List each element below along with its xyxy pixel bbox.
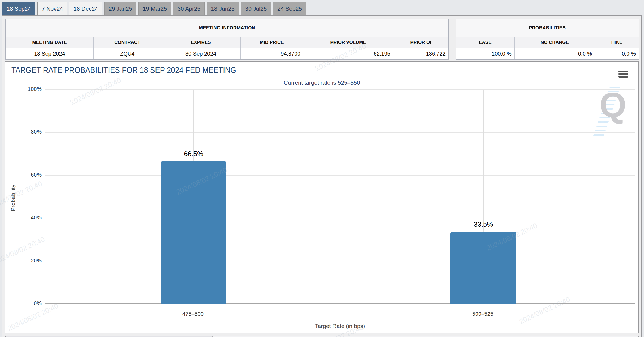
menu-bar-3 xyxy=(618,76,628,78)
value-prior-oi: 136,722 xyxy=(393,48,448,59)
probabilities-title-row: PROBABILITIES xyxy=(456,19,639,37)
x-tick-mark xyxy=(193,304,193,307)
tab-30-jul25[interactable]: 30 Jul25 xyxy=(241,2,271,15)
tab-18-dec24[interactable]: 18 Dec24 xyxy=(69,2,102,15)
tab-30-apr25[interactable]: 30 Apr25 xyxy=(173,2,205,15)
value-mid-price: 94.8700 xyxy=(240,48,303,59)
tab-7-nov24[interactable]: 7 Nov24 xyxy=(37,2,67,15)
chart-panel: TARGET RATE PROBABILITIES FOR 18 SEP 202… xyxy=(5,61,639,333)
gridline-h xyxy=(45,261,635,261)
col-prior-oi: PRIOR OI xyxy=(393,37,448,48)
chart-subtitle: Current target rate is 525–550 xyxy=(5,79,638,86)
value-hike: 0.0 % xyxy=(595,48,639,59)
probabilities-value-row: 100.0 % 0.0 % 0.0 % xyxy=(456,48,639,59)
col-no-change: NO CHANGE xyxy=(514,37,595,48)
col-contract: CONTRACT xyxy=(93,37,161,48)
x-axis-title: Target Rate (in bps) xyxy=(315,323,365,329)
meeting-information-value-row: 18 Sep 2024 ZQU4 30 Sep 2024 94.8700 62,… xyxy=(6,48,448,59)
bar-value-label: 66.5% xyxy=(184,150,203,158)
y-tick-label: 60% xyxy=(14,172,42,178)
y-tick-label: 100% xyxy=(14,86,42,92)
value-contract: ZQU4 xyxy=(93,48,161,59)
col-hike: HIKE xyxy=(595,37,639,48)
col-mid-price: MID PRICE xyxy=(240,37,303,48)
meeting-information-title: MEETING INFORMATION xyxy=(199,25,255,31)
col-expires: EXPIRES xyxy=(161,37,240,48)
tab-24-sep25[interactable]: 24 Sep25 xyxy=(273,2,306,15)
gridline-h xyxy=(45,89,635,90)
value-expires: 30 Sep 2024 xyxy=(161,48,240,59)
next-section-sliver xyxy=(5,336,639,337)
x-tick-mark xyxy=(483,304,483,307)
x-category-label: 500–525 xyxy=(472,311,493,317)
bar-value-label: 33.5% xyxy=(474,220,493,228)
y-tick-label: 20% xyxy=(14,258,42,264)
plot-area: 66.5%33.5% xyxy=(45,90,635,304)
value-ease: 100.0 % xyxy=(456,48,514,59)
value-no-change: 0.0 % xyxy=(514,48,595,59)
bar-475–500[interactable] xyxy=(161,161,226,304)
tab-19-mar25[interactable]: 19 Mar25 xyxy=(138,2,171,15)
tab-18-sep24[interactable]: 18 Sep24 xyxy=(2,2,35,15)
x-category-label: 475–500 xyxy=(182,311,204,317)
y-tick-label: 80% xyxy=(14,129,42,135)
gridline-h xyxy=(45,218,635,218)
y-tick-label: 40% xyxy=(14,215,42,221)
gridline-h xyxy=(45,175,635,176)
gridline-h xyxy=(45,132,635,133)
tab-29-jan25[interactable]: 29 Jan25 xyxy=(104,2,136,15)
probabilities-header-row: EASE NO CHANGE HIKE xyxy=(456,37,639,48)
chart-export-menu-icon[interactable] xyxy=(618,70,629,78)
bar-500–525[interactable] xyxy=(450,232,516,304)
meeting-information-title-row: MEETING INFORMATION xyxy=(6,19,448,37)
chart-title: TARGET RATE PROBABILITIES FOR 18 SEP 202… xyxy=(11,65,236,75)
probabilities-panel: PROBABILITIES EASE NO CHANGE HIKE 100.0 … xyxy=(456,19,639,60)
menu-bar-2 xyxy=(618,73,628,75)
meeting-information-panel: MEETING INFORMATION MEETING DATE CONTRAC… xyxy=(5,19,449,60)
col-meeting-date: MEETING DATE xyxy=(6,37,93,48)
main-container: MEETING INFORMATION MEETING DATE CONTRAC… xyxy=(2,15,642,337)
meeting-date-tabbar: 18 Sep24 7 Nov24 18 Dec24 29 Jan25 19 Ma… xyxy=(2,2,306,15)
tab-18-jun25[interactable]: 18 Jun25 xyxy=(207,2,239,15)
menu-bar-1 xyxy=(618,71,628,72)
value-meeting-date: 18 Sep 2024 xyxy=(6,48,93,59)
meeting-information-header-row: MEETING DATE CONTRACT EXPIRES MID PRICE … xyxy=(6,37,448,48)
col-prior-volume: PRIOR VOLUME xyxy=(303,37,393,48)
col-ease: EASE xyxy=(456,37,514,48)
probabilities-title: PROBABILITIES xyxy=(529,25,566,31)
y-tick-label: 0% xyxy=(14,300,42,307)
value-prior-volume: 62,195 xyxy=(303,48,393,59)
